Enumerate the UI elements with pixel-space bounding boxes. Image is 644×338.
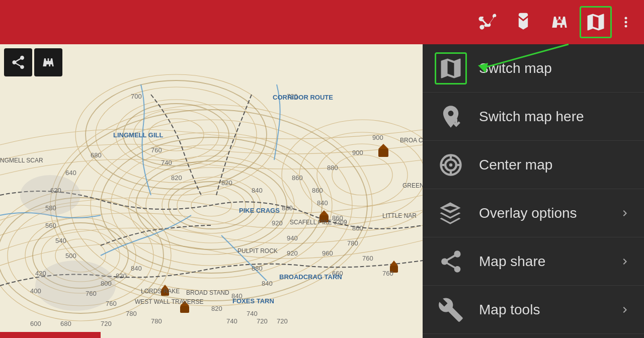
svg-text:920: 920 [287,249,298,257]
svg-text:FOXES TARN: FOXES TARN [232,297,274,305]
svg-text:920: 920 [272,219,283,227]
svg-text:580: 580 [45,204,56,212]
center-map-icon [435,149,467,181]
svg-text:560: 560 [45,222,56,229]
svg-text:640: 640 [65,169,76,177]
svg-text:540: 540 [55,237,66,244]
svg-text:860: 860 [292,174,303,182]
svg-text:LORDS RAKE: LORDS RAKE [141,288,180,295]
svg-text:860: 860 [352,224,363,232]
svg-text:900: 900 [372,134,383,141]
map-share-menu-item[interactable]: Map share [423,237,644,286]
svg-text:840: 840 [262,280,273,287]
svg-point-118 [449,163,453,166]
share-map-button[interactable] [4,48,32,76]
svg-text:760: 760 [151,146,162,154]
svg-text:780: 780 [347,239,358,247]
map-share-icon [435,245,467,278]
more-icon[interactable] [616,6,636,38]
svg-text:720: 720 [101,320,112,327]
svg-text:760: 760 [106,300,117,307]
svg-text:820: 820 [211,305,222,312]
svg-text:PIKE CRAGS: PIKE CRAGS [239,207,280,214]
svg-text:780: 780 [126,310,137,317]
svg-text:700: 700 [131,93,142,100]
switch-map-here-icon [435,101,467,133]
svg-text:880: 880 [282,204,293,212]
overlay-options-icon [435,197,467,229]
svg-text:720: 720 [277,317,288,325]
svg-text:PULPIT ROCK: PULPIT ROCK [237,247,278,255]
svg-text:LITTLE NAR: LITTLE NAR [382,212,417,219]
map-tools-arrow [618,303,632,317]
overlay-options-label: Overlay options [479,205,606,221]
svg-rect-41 [180,306,189,313]
top-bar [0,0,644,44]
map-tools-label: Map tools [479,302,606,318]
svg-text:BROA CRAGS: BROA CRAGS [400,137,423,144]
svg-text:820: 820 [171,174,182,182]
svg-text:CORRIDOR ROUTE: CORRIDOR ROUTE [273,94,333,101]
overlay-options-arrow [618,206,632,220]
map-share-arrow [618,255,632,269]
switch-map-header-icon[interactable] [580,6,612,38]
svg-text:BROAD STAND: BROAD STAND [186,289,229,296]
map-area: 700 720 680 640 620 580 560 540 500 420 … [0,44,423,338]
svg-text:860: 860 [312,187,323,194]
svg-text:880: 880 [252,265,263,272]
svg-point-0 [625,17,627,20]
route-icon[interactable] [471,6,503,38]
svg-point-1 [625,21,627,24]
svg-text:LINGMELL GILL: LINGMELL GILL [113,131,163,139]
center-map-menu-item[interactable]: Center map [423,141,644,189]
svg-text:600: 600 [30,320,41,327]
svg-text:WEST WALL TRAVERSE: WEST WALL TRAVERSE [135,298,203,305]
svg-text:740: 740 [161,159,172,166]
switch-map-icon [435,52,467,84]
pin-icon[interactable] [507,6,539,38]
svg-text:840: 840 [252,187,263,194]
svg-text:620: 620 [50,187,61,194]
svg-text:840: 840 [131,265,142,272]
svg-text:720: 720 [257,317,268,325]
svg-text:960: 960 [322,249,333,257]
svg-text:680: 680 [60,320,71,327]
svg-text:820: 820 [221,179,232,187]
svg-text:420: 420 [35,270,46,277]
svg-text:880: 880 [327,164,338,172]
svg-text:900: 900 [352,149,363,156]
svg-text:840: 840 [317,199,328,207]
svg-text:800: 800 [101,280,112,287]
svg-point-2 [625,25,627,28]
svg-text:500: 500 [65,252,76,260]
overlay-options-menu-item[interactable]: Overlay options [423,189,644,237]
center-map-label: Center map [479,157,632,173]
svg-text:940: 940 [287,234,298,242]
switch-map-here-label: Switch map here [479,109,632,125]
switch-map-label: Switch map [479,60,632,76]
svg-text:BROADCRAG TARN: BROADCRAG TARN [279,273,342,281]
svg-text:760: 760 [362,255,373,262]
svg-text:820: 820 [116,272,127,280]
svg-text:740: 740 [247,310,258,317]
svg-text:780: 780 [151,317,162,325]
bottom-bar [0,332,101,338]
switch-map-menu-item[interactable]: Switch map [423,44,644,93]
svg-rect-37 [378,149,388,157]
svg-text:GREEN CRA: GREEN CRA [403,182,423,189]
svg-text:400: 400 [30,287,41,295]
map-tools-icon [435,294,467,326]
highway-icon[interactable] [543,6,576,38]
map-tools-menu-item[interactable]: Map tools [423,286,644,334]
map-controls [0,44,66,80]
map-share-label: Map share [479,254,606,270]
switch-map-here-menu-item[interactable]: Switch map here [423,93,644,141]
road-mode-button[interactable] [34,48,62,76]
svg-text:760: 760 [86,290,97,297]
svg-text:680: 680 [91,151,102,159]
right-panel: Switch map Switch map here Center [423,44,644,338]
svg-text:760: 760 [382,270,393,277]
svg-text:NGMELL SCAR: NGMELL SCAR [0,157,43,164]
svg-text:740: 740 [226,317,237,325]
svg-text:SCAFELL PIKE 3209: SCAFELL PIKE 3209 [290,219,347,226]
